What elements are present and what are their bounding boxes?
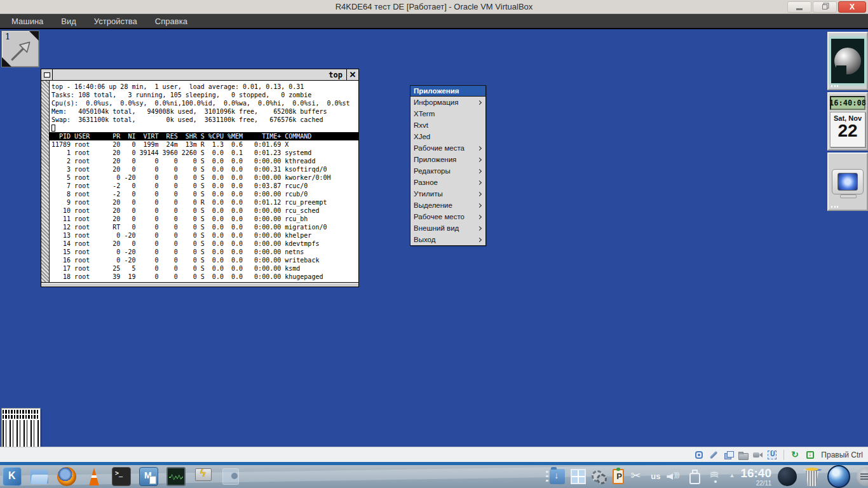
usb-device-icon[interactable] — [687, 469, 702, 484]
menu-item-5[interactable]: Приложения — [410, 154, 485, 165]
menu-item-8[interactable]: Утилиты — [410, 188, 485, 200]
downloads-folder-icon[interactable] — [550, 469, 565, 484]
top-summary: top - 16:40:06 up 28 min, 1 user, load a… — [51, 83, 358, 124]
hard-disk-icon[interactable] — [694, 450, 704, 460]
minimize-icon — [796, 8, 803, 10]
system-monitor-icon[interactable] — [166, 467, 186, 486]
menu-item-2[interactable]: Rxvt — [410, 119, 485, 131]
menu-item-11[interactable]: Внешний вид — [410, 222, 485, 234]
menu-machine[interactable]: Машина — [5, 15, 50, 27]
kde-menu-icon[interactable] — [3, 467, 22, 486]
menu-item-label: Выделение — [414, 201, 478, 209]
menu-item-label: Утилиты — [414, 190, 478, 198]
app-circle-icon[interactable] — [778, 467, 797, 486]
menu-item-label: Информация — [414, 98, 478, 106]
menu-item-7[interactable]: Разное — [410, 177, 485, 188]
trash-icon[interactable] — [803, 467, 821, 486]
menu-item-0[interactable]: Информация — [410, 97, 485, 108]
scissors-icon[interactable] — [630, 469, 645, 484]
menu-item-label: Rxvt — [414, 121, 482, 129]
menu-item-label: Рабочие места — [414, 144, 478, 152]
statusbar-separator — [783, 450, 784, 460]
text-editor-icon[interactable] — [139, 467, 158, 486]
iconified-window[interactable] — [1, 408, 41, 447]
virtual-screens-icon[interactable] — [723, 450, 733, 460]
network-icon[interactable] — [790, 450, 801, 460]
process-table-header: PID USER PR NI VIRT RES SHR S %CPU %MEM … — [50, 132, 358, 140]
menu-item-1[interactable]: XTerm — [410, 108, 485, 119]
calendar-widget: Sat, Nov 22 — [830, 112, 865, 147]
host-key-label: Правый Ctrl — [821, 451, 863, 459]
launcher-orb-icon[interactable] — [827, 465, 850, 488]
firefox-icon[interactable] — [57, 467, 76, 486]
keyboard-layout[interactable]: us — [651, 469, 660, 484]
applications-menu[interactable]: Приложения ИнформацияXTermRxvtXJedРабочи… — [410, 85, 486, 246]
autoresize-icon[interactable] — [805, 450, 815, 460]
restore-button[interactable] — [813, 1, 837, 13]
dock-clock-widget[interactable]: 16:40:08 Sat, Nov 22 — [827, 92, 868, 151]
terminal-cursor-line — [51, 124, 358, 132]
digital-clock: 16:40:08 — [830, 96, 865, 110]
guest-desktop[interactable]: 1 top ✕ top - 16:40:06 up 28 min, 1 user… — [0, 28, 868, 447]
calendar-day: 22 — [831, 122, 865, 140]
close-button[interactable]: X — [838, 1, 866, 13]
menu-devices[interactable]: Устройства — [88, 15, 144, 27]
sphere-clock-icon — [831, 39, 864, 83]
menu-item-label: Приложения — [414, 156, 478, 163]
dock-monitor-app-button[interactable] — [827, 152, 868, 211]
menu-item-9[interactable]: Выделение — [410, 200, 485, 211]
clipboard-icon[interactable] — [613, 469, 624, 484]
terminal-scrollbar[interactable] — [41, 81, 50, 282]
menu-item-6[interactable]: Редакторы — [410, 165, 485, 177]
gears-icon[interactable] — [592, 469, 607, 484]
menu-help[interactable]: Справка — [149, 15, 194, 27]
taskbar-time: 16:40 — [740, 467, 771, 479]
menu-item-label: XJed — [414, 133, 482, 140]
shared-folder-icon[interactable] — [738, 450, 748, 460]
top-window-titlebar[interactable]: top ✕ — [41, 69, 358, 81]
dock-mini-dots — [831, 85, 839, 87]
minimize-button[interactable] — [787, 1, 811, 13]
submenu-arrow-icon — [477, 237, 482, 241]
remote-desktop-icon[interactable] — [194, 467, 213, 486]
submenu-arrow-icon — [477, 168, 482, 173]
taskbar-clock[interactable]: 16:40 22/11 — [740, 467, 771, 487]
file-manager-icon[interactable] — [30, 467, 49, 486]
applications-menu-title: Приложения — [410, 86, 485, 97]
optical-drive-icon[interactable] — [709, 450, 719, 460]
menu-view[interactable]: Вид — [55, 15, 83, 27]
video-capture-icon[interactable] — [752, 450, 763, 460]
tray-handle[interactable] — [546, 471, 548, 482]
submenu-arrow-icon — [477, 214, 482, 219]
usb-icon[interactable] — [767, 450, 777, 460]
submenu-arrow-icon — [477, 146, 482, 150]
tray-expand-icon[interactable] — [729, 469, 736, 484]
window-close-button[interactable]: ✕ — [346, 69, 358, 80]
restore-icon — [822, 4, 827, 10]
taskbar-date: 22/11 — [740, 480, 771, 487]
menu-item-4[interactable]: Рабочие места — [410, 142, 485, 154]
terminal-icon[interactable] — [112, 467, 131, 486]
process-table-rows: 11789 root 20 0 199m 24m 13m R 1.3 0.6 0… — [51, 140, 358, 281]
wifi-icon[interactable] — [708, 469, 723, 484]
submenu-arrow-icon — [477, 191, 482, 196]
menu-item-3[interactable]: XJed — [410, 131, 485, 142]
dock-clock-app-button[interactable] — [827, 32, 868, 90]
top-window[interactable]: top ✕ top - 16:40:06 up 28 min, 1 user, … — [41, 69, 359, 287]
submenu-arrow-icon — [477, 180, 482, 184]
menu-item-label: Редакторы — [414, 167, 478, 175]
terminal-cursor — [51, 125, 55, 132]
crt-monitor-icon — [832, 169, 864, 194]
desktop-pager-button[interactable]: 1 — [1, 30, 39, 67]
vbox-statusbar: Правый Ctrl — [0, 447, 868, 462]
window-menu-button[interactable] — [41, 69, 53, 80]
edge-menu-icon[interactable] — [857, 467, 868, 486]
menu-item-10[interactable]: Рабочее место — [410, 211, 485, 222]
right-dock: 16:40:08 Sat, Nov 22 — [827, 32, 868, 213]
menu-item-12[interactable]: Выход — [410, 234, 485, 245]
volume-icon[interactable] — [666, 469, 681, 484]
vlc-icon[interactable] — [85, 467, 104, 486]
inactive-window-icon[interactable] — [221, 467, 240, 486]
pager-icon[interactable] — [571, 469, 586, 484]
window-resize-bar[interactable] — [41, 282, 358, 287]
